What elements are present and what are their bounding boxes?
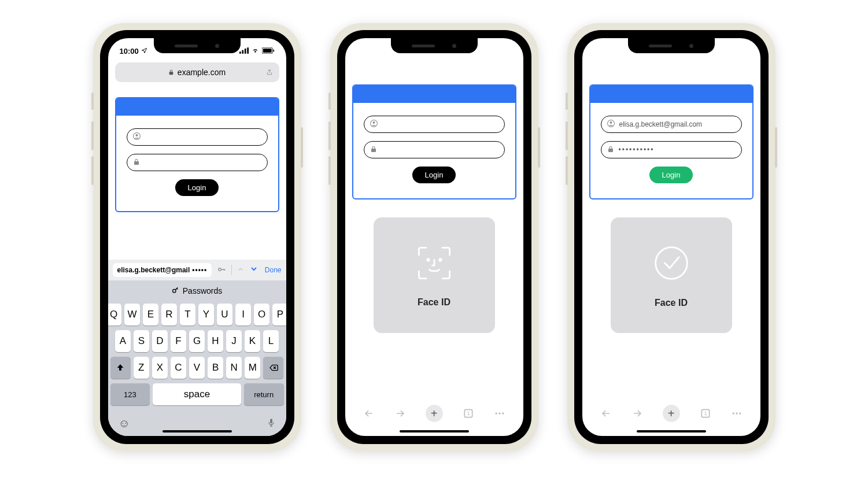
suggestion-password-dots: ••••• — [192, 266, 207, 274]
home-indicator[interactable] — [400, 430, 469, 432]
key-h[interactable]: H — [208, 330, 223, 352]
tabs-icon[interactable]: 1 — [463, 408, 474, 419]
new-tab-button[interactable]: + — [426, 405, 443, 422]
key-i[interactable]: I — [235, 304, 251, 326]
faceid-icon — [414, 243, 455, 286]
svg-point-28 — [739, 412, 741, 414]
share-icon[interactable] — [265, 68, 274, 77]
phone-frame-3: elisa.g.beckett@gmail.com •••••••••• Log… — [567, 23, 775, 451]
key-x[interactable]: X — [152, 357, 168, 379]
passwords-button[interactable]: Passwords — [108, 280, 286, 301]
autofill-suggestion[interactable]: elisa.g.beckett@gmail ••••• — [113, 263, 212, 277]
key-q[interactable]: Q — [108, 304, 122, 326]
back-icon[interactable] — [600, 408, 612, 419]
password-field[interactable] — [127, 154, 268, 171]
tabs-icon[interactable]: 1 — [700, 408, 711, 419]
key-g[interactable]: G — [189, 330, 205, 352]
key-a[interactable]: A — [115, 330, 131, 352]
key-m[interactable]: M — [245, 357, 260, 379]
key-d[interactable]: D — [152, 330, 168, 352]
username-field[interactable]: elisa.g.beckett@gmail.com — [601, 116, 742, 133]
new-tab-button[interactable]: + — [663, 405, 680, 422]
lock-icon — [168, 68, 174, 77]
svg-point-15 — [439, 259, 441, 261]
home-indicator[interactable] — [162, 430, 232, 432]
key-n[interactable]: N — [226, 357, 242, 379]
shift-key[interactable] — [110, 357, 131, 379]
key-icon — [172, 286, 179, 295]
login-button[interactable]: Login — [412, 167, 456, 183]
more-icon[interactable] — [494, 408, 505, 419]
key-l[interactable]: L — [263, 330, 279, 352]
key-t[interactable]: T — [180, 304, 195, 326]
faceid-label: Face ID — [655, 298, 688, 308]
username-value: elisa.g.beckett@gmail.com — [619, 120, 703, 128]
wifi-icon — [251, 47, 260, 56]
backspace-key[interactable] — [263, 357, 283, 379]
browser-toolbar: + 1 — [582, 399, 760, 428]
key-icon[interactable] — [216, 265, 227, 275]
key-c[interactable]: C — [171, 357, 186, 379]
key-z[interactable]: Z — [134, 357, 149, 379]
phone-frame-2: Login Face ID + 1 — [330, 23, 538, 451]
login-button[interactable]: Login — [649, 167, 693, 183]
notch — [391, 38, 478, 53]
address-bar[interactable]: example.com — [115, 62, 279, 82]
key-b[interactable]: B — [208, 357, 223, 379]
suggestion-email: elisa.g.beckett@gmail — [117, 266, 190, 274]
lock-icon — [607, 146, 614, 154]
location-icon — [141, 47, 147, 56]
numeric-key[interactable]: 123 — [110, 383, 150, 405]
svg-point-13 — [372, 121, 375, 124]
forward-icon[interactable] — [394, 408, 406, 419]
battery-icon — [262, 47, 275, 56]
status-time: 10:00 — [120, 47, 139, 56]
mic-key[interactable] — [267, 417, 276, 431]
key-w[interactable]: W — [124, 304, 140, 326]
password-field[interactable] — [364, 141, 505, 158]
key-s[interactable]: S — [134, 330, 149, 352]
more-icon[interactable] — [731, 408, 743, 419]
password-field[interactable]: •••••••••• — [601, 141, 742, 158]
svg-rect-1 — [242, 50, 243, 53]
forward-icon[interactable] — [631, 408, 643, 419]
key-p[interactable]: P — [272, 304, 286, 326]
address-domain: example.com — [178, 68, 226, 77]
browser-toolbar: + 1 — [345, 399, 523, 428]
svg-rect-6 — [273, 49, 274, 51]
key-u[interactable]: U — [217, 304, 232, 326]
login-card: Login — [115, 97, 279, 212]
chevron-down-icon[interactable] — [249, 264, 258, 276]
done-button[interactable]: Done — [265, 266, 282, 274]
svg-point-9 — [219, 268, 221, 271]
password-value: •••••••••• — [619, 146, 655, 154]
username-field[interactable] — [127, 128, 268, 146]
username-field[interactable] — [364, 116, 505, 133]
svg-point-18 — [495, 412, 497, 414]
key-v[interactable]: V — [189, 357, 205, 379]
key-o[interactable]: O — [254, 304, 269, 326]
svg-rect-5 — [263, 48, 271, 52]
faceid-label: Face ID — [418, 297, 450, 308]
key-y[interactable]: Y — [198, 304, 214, 326]
login-button[interactable]: Login — [175, 179, 219, 196]
notch — [154, 38, 241, 53]
home-indicator[interactable] — [637, 430, 706, 432]
emoji-key[interactable]: ☺ — [119, 417, 130, 431]
back-icon[interactable] — [363, 408, 375, 419]
key-e[interactable]: E — [143, 304, 158, 326]
faceid-prompt: Face ID — [374, 217, 495, 333]
key-r[interactable]: R — [161, 304, 177, 326]
svg-rect-2 — [244, 48, 246, 53]
keyboard: elisa.g.beckett@gmail ••••• Done Passwor… — [108, 260, 286, 436]
svg-text:1: 1 — [467, 411, 470, 416]
key-f[interactable]: F — [171, 330, 186, 352]
chevron-up-icon[interactable] — [237, 265, 245, 275]
svg-point-8 — [135, 134, 138, 136]
return-key[interactable]: return — [244, 383, 284, 405]
notch — [628, 38, 715, 53]
passwords-label: Passwords — [183, 286, 222, 295]
space-key[interactable]: space — [153, 383, 241, 405]
key-j[interactable]: J — [226, 330, 242, 352]
key-k[interactable]: K — [245, 330, 260, 352]
